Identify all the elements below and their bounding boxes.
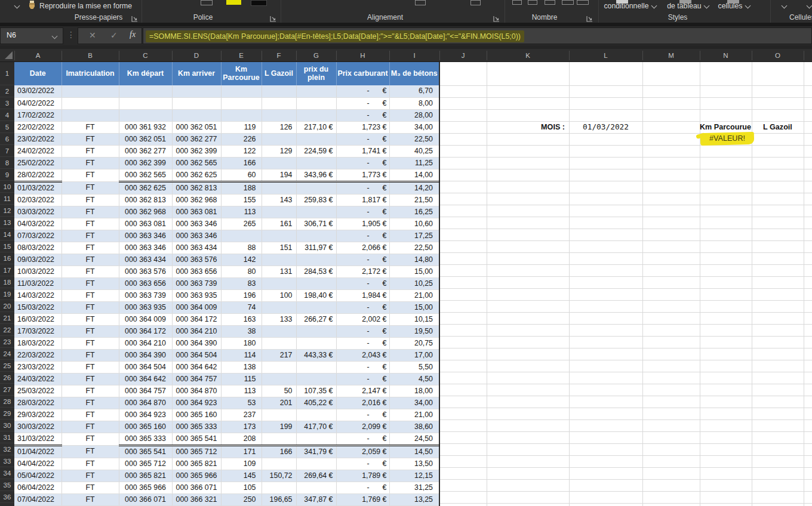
- row-header-26[interactable]: 26: [0, 372, 14, 384]
- cell-A24[interactable]: 22/03/2022: [14, 349, 61, 361]
- cell-E21[interactable]: 163: [221, 313, 262, 325]
- cell-F18[interactable]: [262, 277, 296, 289]
- table-header-I1[interactable]: M₃ de bétons: [389, 62, 439, 85]
- cell-F32[interactable]: 166: [262, 445, 296, 458]
- cell-G4[interactable]: [296, 109, 336, 121]
- cell-I3[interactable]: 8,00: [389, 97, 439, 109]
- row-header-12[interactable]: 12: [0, 205, 14, 217]
- row-header-35[interactable]: 35: [0, 479, 14, 491]
- cell-D14[interactable]: 000 363 346: [172, 230, 221, 242]
- cell-C11[interactable]: 000 362 813: [119, 194, 172, 206]
- table-header-D1[interactable]: Km arriver: [172, 62, 221, 85]
- cell-D18[interactable]: 000 363 739: [172, 277, 221, 289]
- cell-C27[interactable]: 000 364 757: [119, 385, 172, 397]
- cell-B19[interactable]: FT: [61, 289, 119, 301]
- cell-H4[interactable]: -€: [336, 109, 389, 121]
- cell-C33[interactable]: 000 365 712: [119, 458, 172, 470]
- cell-H29[interactable]: -€: [336, 409, 389, 421]
- cell-G19[interactable]: 198,40 €: [296, 289, 336, 301]
- comma-format-icon[interactable]: [545, 0, 555, 5]
- cell-A17[interactable]: 10/03/2022: [14, 266, 61, 277]
- cell-H5[interactable]: 1,723 €: [336, 121, 389, 133]
- row-header-22[interactable]: 22: [0, 324, 14, 336]
- cell-B34[interactable]: FT: [61, 470, 119, 482]
- cell-B5[interactable]: FT: [61, 121, 119, 133]
- currency-format-icon[interactable]: [512, 0, 522, 5]
- cell-I19[interactable]: 21,00: [389, 289, 439, 301]
- cell-H36[interactable]: 1,769 €: [336, 493, 389, 505]
- cell-A13[interactable]: 04/03/2022: [14, 218, 61, 230]
- cell-F6[interactable]: [262, 133, 296, 145]
- cell-H12[interactable]: -€: [336, 206, 389, 218]
- cell-H19[interactable]: 1,984 €: [336, 289, 389, 301]
- cell-F5[interactable]: 126: [262, 121, 296, 133]
- cell-D3[interactable]: [172, 97, 221, 109]
- cell-A11[interactable]: 02/03/2022: [14, 194, 61, 206]
- cell-F30[interactable]: 199: [262, 421, 296, 433]
- cell-H9[interactable]: 1,773 €: [336, 169, 389, 181]
- cell-E12[interactable]: 113: [221, 206, 262, 218]
- cell-B20[interactable]: FT: [61, 301, 119, 313]
- cell-I35[interactable]: 31,25: [389, 482, 439, 493]
- cell-C20[interactable]: 000 363 935: [119, 301, 172, 313]
- cell-F28[interactable]: 201: [262, 397, 296, 409]
- cell-E33[interactable]: 109: [221, 458, 262, 470]
- cell-E20[interactable]: 74: [221, 301, 262, 313]
- cell-A8[interactable]: 25/02/2022: [14, 157, 61, 169]
- row-header-3[interactable]: 3: [0, 97, 14, 109]
- cell-D35[interactable]: 000 366 071: [172, 482, 221, 493]
- cell-D30[interactable]: 000 365 333: [172, 421, 221, 433]
- cell-B13[interactable]: FT: [61, 218, 119, 230]
- cell-F13[interactable]: 161: [262, 218, 296, 230]
- cell-A10[interactable]: 01/03/2022: [14, 181, 61, 194]
- cell-D6[interactable]: 000 362 277: [172, 133, 221, 145]
- select-all-corner[interactable]: [5, 51, 13, 59]
- cell-H18[interactable]: -€: [336, 277, 389, 289]
- cell-E24[interactable]: 114: [221, 349, 262, 361]
- cell-C8[interactable]: 000 362 399: [119, 157, 172, 169]
- cell-G33[interactable]: [296, 458, 336, 470]
- cell-G28[interactable]: 405,22 €: [296, 397, 336, 409]
- cell-G5[interactable]: 217,10 €: [296, 121, 336, 133]
- row-header-9[interactable]: 9: [0, 169, 14, 181]
- cell-F31[interactable]: [262, 433, 296, 445]
- cell-B30[interactable]: FT: [61, 421, 119, 433]
- row-header-36[interactable]: 36: [0, 491, 14, 503]
- row-header-13[interactable]: 13: [0, 217, 14, 229]
- cell-styles-button[interactable]: cellules: [713, 2, 755, 10]
- cell-H27[interactable]: 2,147 €: [336, 385, 389, 397]
- cell-B36[interactable]: FT: [61, 493, 119, 505]
- table-header-E1[interactable]: Km Parcourue: [221, 62, 262, 85]
- cell-E15[interactable]: 88: [221, 242, 262, 254]
- cell-E11[interactable]: 155: [221, 194, 262, 206]
- cell-F4[interactable]: [262, 109, 296, 121]
- cell-D15[interactable]: 000 363 434: [172, 242, 221, 254]
- number-dialog-launcher-icon[interactable]: [586, 14, 593, 21]
- cell-G22[interactable]: [296, 325, 336, 337]
- cell-B9[interactable]: FT: [61, 169, 119, 181]
- cell-A18[interactable]: 11/03/2022: [14, 277, 61, 289]
- column-header-B[interactable]: B: [61, 49, 119, 62]
- cell-A9[interactable]: 28/02/2022: [14, 169, 61, 181]
- cell-E25[interactable]: 138: [221, 361, 262, 373]
- cell-H20[interactable]: -€: [336, 301, 389, 313]
- cell-A4[interactable]: 17/02/2022: [14, 109, 61, 121]
- table-header-B1[interactable]: Imatriculation: [61, 62, 119, 85]
- clipboard-dialog-launcher-icon[interactable]: [131, 14, 139, 21]
- table-header-G1[interactable]: prix du plein: [296, 62, 336, 85]
- cell-G10[interactable]: [296, 181, 336, 194]
- table-header-H1[interactable]: Prix carburant: [336, 62, 389, 85]
- cell-I10[interactable]: 14,20: [389, 181, 439, 194]
- cell-I4[interactable]: 28,00: [389, 109, 439, 121]
- cell-A19[interactable]: 14/03/2022: [14, 289, 61, 301]
- cell-H15[interactable]: 2,066 €: [336, 242, 389, 254]
- cell-E16[interactable]: 142: [221, 254, 262, 266]
- cell-F33[interactable]: [262, 458, 296, 470]
- cell-C24[interactable]: 000 364 390: [119, 349, 172, 361]
- cell-E10[interactable]: 188: [221, 181, 262, 194]
- row-header-33[interactable]: 33: [0, 455, 14, 467]
- cell-E35[interactable]: 105: [221, 482, 262, 493]
- cell-F7[interactable]: 129: [262, 145, 296, 157]
- cell-F29[interactable]: [262, 409, 296, 421]
- cell-G2[interactable]: [296, 85, 336, 97]
